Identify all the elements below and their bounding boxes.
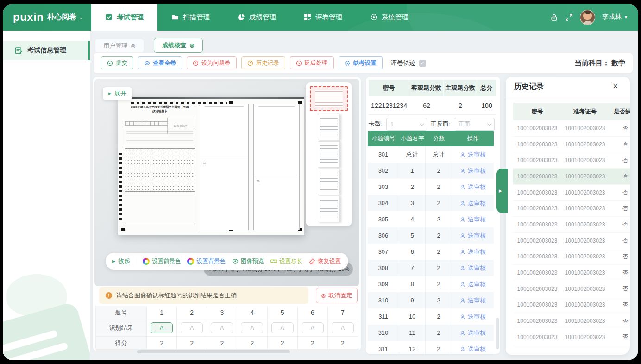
history-row[interactable]: 10010020030231001002003023否: [513, 265, 630, 281]
toolbar-button-2[interactable]: ?设为问题卷: [187, 56, 237, 69]
thumbnail-item[interactable]: [318, 169, 340, 195]
history-row[interactable]: 10010020030231001002003023否: [513, 281, 630, 297]
tab-user-management[interactable]: 用户管理 ⊗: [95, 39, 144, 52]
question-cell: 2: [426, 195, 452, 211]
history-cell: 1001002003023: [513, 217, 561, 232]
thumbnail-item[interactable]: [318, 196, 340, 222]
scrollbar-thumb[interactable]: [137, 350, 290, 353]
history-row[interactable]: 10010020030231001002003023否: [513, 217, 630, 233]
send-review-label: 送审核: [468, 329, 486, 337]
nav-item-3[interactable]: 评卷管理: [290, 4, 356, 31]
history-row[interactable]: 10010020030231001002003023否: [513, 137, 630, 153]
send-review-link[interactable]: 送审核: [460, 199, 486, 207]
send-review-link[interactable]: 送审核: [460, 296, 486, 305]
toolbar-button-1[interactable]: 查看全卷: [138, 56, 182, 69]
history-row[interactable]: 10010020030231001002003023否: [513, 152, 630, 169]
send-review-link[interactable]: 送审核: [460, 183, 486, 191]
action-cell: 送审核: [452, 163, 494, 179]
history-row[interactable]: 10010020030231001002003023否: [513, 233, 630, 249]
result-button[interactable]: A: [181, 322, 203, 333]
result-button[interactable]: A: [302, 322, 324, 333]
recognition-notice: ! 请结合图像确认标红题号的识别结果是否正确: [99, 287, 308, 304]
user-menu[interactable]: 李成林 ▼: [602, 13, 628, 21]
collapse-button[interactable]: ▶ 收起: [112, 257, 136, 265]
send-review-label: 送审核: [468, 296, 486, 305]
table-row: 30652送审核: [368, 227, 494, 244]
table-row: 30982送审核: [368, 276, 494, 292]
action-cell: 送审核: [452, 292, 494, 308]
send-review-link[interactable]: 送审核: [460, 232, 486, 240]
history-title: 历史记录: [514, 82, 544, 92]
question-col-header: 操作: [452, 131, 494, 146]
history-row[interactable]: 10010020030231001002003023否: [513, 313, 630, 329]
image-control-0[interactable]: 设置前景色: [143, 257, 181, 265]
history-table-body: 10010020030231001002003023否1001002003023…: [513, 120, 630, 345]
send-review-link[interactable]: 送审核: [460, 264, 486, 272]
history-row[interactable]: 10010020030231001002003023否: [513, 120, 630, 137]
toolbar-button-3[interactable]: 历史记录: [241, 56, 285, 69]
send-review-label: 送审核: [468, 264, 486, 272]
answer-sheet-image[interactable]: 2025年成人高等学校专升本招生全国统一考试 政治答题卡 贴条形码区 86. 8…: [118, 97, 304, 235]
send-review-link[interactable]: 送审核: [460, 329, 486, 337]
close-icon[interactable]: ×: [613, 82, 618, 91]
history-row[interactable]: 10010020030231001002003023否: [513, 297, 630, 314]
nav-item-4[interactable]: 系统管理: [356, 4, 422, 31]
history-row[interactable]: 10010020030231001002003023否: [513, 249, 630, 265]
vertical-scrollbar[interactable]: [496, 318, 499, 349]
send-review-link[interactable]: 送审核: [460, 280, 486, 289]
avatar[interactable]: [580, 10, 595, 25]
close-icon[interactable]: ⊗: [189, 42, 195, 49]
history-row[interactable]: 10010020030231001002003023否: [513, 329, 630, 345]
send-review-link[interactable]: 送审核: [460, 248, 486, 256]
history-row[interactable]: 10010020030231001002003023否: [513, 169, 630, 185]
thumbnail-panel: [306, 82, 352, 226]
history-row[interactable]: 10010020030231001002003023否: [513, 201, 630, 217]
history-cell: 1001002003023: [513, 120, 561, 136]
history-header: 历史记录 ×: [506, 77, 630, 97]
tab-score-check[interactable]: 成绩核查 ⊗: [154, 38, 203, 53]
image-control-2[interactable]: 图像预览: [232, 257, 264, 265]
history-cell: 否: [609, 152, 630, 168]
result-button[interactable]: A: [211, 322, 233, 333]
side-select[interactable]: 正面: [454, 118, 495, 131]
send-review-link[interactable]: 送审核: [460, 215, 486, 224]
send-review-link[interactable]: 送审核: [460, 313, 486, 321]
nav-item-0[interactable]: 考试管理: [91, 4, 157, 31]
send-review-label: 送审核: [468, 183, 486, 191]
history-cell: 1001002003023: [561, 265, 609, 281]
lock-icon[interactable]: [550, 13, 558, 21]
history-cell: 1001002003023: [513, 313, 561, 329]
nav-item-label: 考试管理: [117, 13, 144, 22]
nav-item-1[interactable]: 扫描管理: [157, 4, 224, 31]
horizontal-scrollbar[interactable]: [95, 350, 358, 353]
result-button[interactable]: A: [271, 322, 294, 333]
image-control-1[interactable]: 设置背景色: [187, 257, 226, 265]
person-icon: [460, 217, 465, 222]
send-review-link[interactable]: 送审核: [460, 345, 486, 353]
close-icon[interactable]: ⊗: [131, 43, 136, 50]
history-cell: 1001002003023: [561, 313, 609, 329]
cancel-pin-button[interactable]: ⊗ 取消固定: [316, 288, 358, 303]
question-cell: 2: [426, 341, 452, 354]
result-button[interactable]: A: [332, 322, 354, 333]
color-ring-icon: [143, 258, 150, 265]
result-button[interactable]: A: [151, 322, 173, 333]
send-review-link[interactable]: 送审核: [460, 167, 486, 175]
card-type-select[interactable]: 1: [386, 118, 427, 131]
thumbnail-item[interactable]: [318, 114, 340, 140]
image-control-3[interactable]: 设置步长: [270, 257, 302, 265]
send-review-link[interactable]: 送审核: [460, 151, 486, 159]
toolbar-button-0[interactable]: 提交: [101, 56, 133, 69]
panel-toggle-right[interactable]: ▶: [496, 169, 508, 213]
thumbnail-item[interactable]: [318, 141, 340, 168]
fullscreen-icon[interactable]: [565, 13, 573, 21]
result-button[interactable]: A: [241, 322, 263, 333]
history-cell: 1001002003023: [513, 137, 561, 152]
sidebar-item-exam-info[interactable]: 考试信息管理: [3, 41, 90, 60]
row-label: 得分: [96, 337, 147, 350]
history-row[interactable]: 10010020030231001002003023否: [513, 185, 630, 201]
nav-item-2[interactable]: 成绩管理: [224, 4, 290, 31]
expand-button[interactable]: ▶ 展开: [103, 87, 132, 100]
image-control-4[interactable]: 恢复设置: [309, 257, 341, 265]
row-label: 题号: [96, 306, 147, 319]
